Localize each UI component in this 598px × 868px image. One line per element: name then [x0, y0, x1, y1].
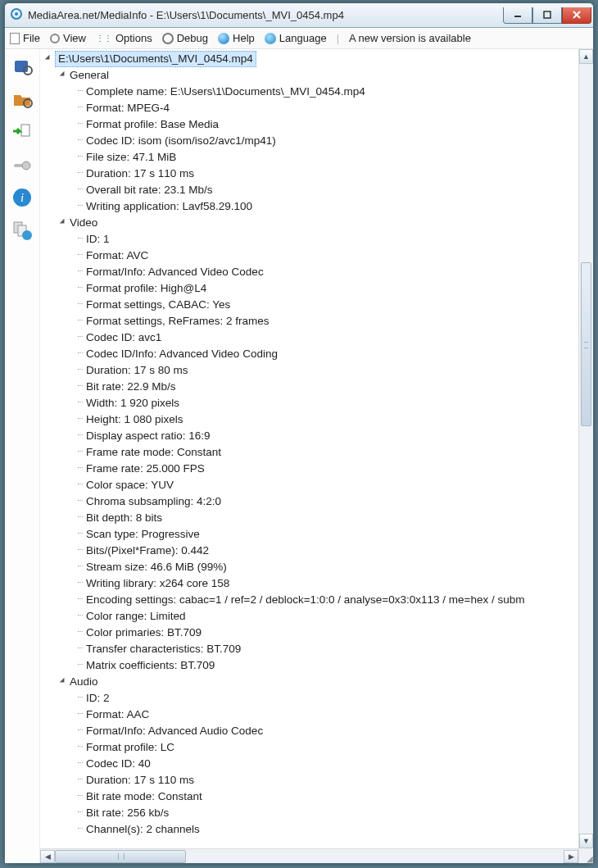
tree-item[interactable]: Scan type: Progressive [43, 526, 578, 543]
svg-point-16 [22, 230, 32, 240]
window-title: MediaArea.net/MediaInfo - E:\Users\1\Doc… [23, 9, 503, 21]
menu-options[interactable]: ⋮⋮Options [96, 32, 152, 44]
tree-item[interactable]: Encoding settings: cabac=1 / ref=2 / deb… [43, 592, 578, 608]
app-icon [10, 7, 23, 23]
tree-item[interactable]: Format/Info: Advanced Audio Codec [43, 723, 578, 739]
tree-section-video[interactable]: Video [43, 215, 578, 231]
tree-item[interactable]: Stream size: 46.6 MiB (99%) [43, 559, 578, 575]
menu-language[interactable]: Language [265, 32, 327, 44]
maximize-button[interactable] [532, 7, 562, 24]
tree-item[interactable]: Format profile: High@L4 [43, 280, 578, 297]
horizontal-scrollbar[interactable]: ◀ ▶ [40, 848, 578, 863]
tree-item[interactable]: Bits/(Pixel*Frame): 0.442 [43, 543, 578, 559]
tree-item[interactable]: Codec ID: 40 [43, 756, 578, 772]
main-area: E:\Users\1\Documents\_MVI_0454.mp4Genera… [39, 49, 593, 863]
tree-section-general[interactable]: General [43, 67, 578, 84]
window-buttons [503, 7, 591, 24]
menu-separator: | [337, 32, 339, 44]
scroll-left-button[interactable]: ◀ [40, 850, 55, 863]
tree-item[interactable]: Format/Info: Advanced Video Codec [43, 264, 578, 280]
tree-item[interactable]: Format: AVC [43, 248, 578, 264]
tree-item[interactable]: Color primaries: BT.709 [43, 625, 578, 641]
tree-item[interactable]: Bit rate mode: Constant [43, 788, 578, 805]
close-button[interactable] [562, 7, 591, 24]
tree-view[interactable]: E:\Users\1\Documents\_MVI_0454.mp4Genera… [40, 49, 593, 848]
sidebar-open-file[interactable] [10, 54, 34, 79]
tree-item[interactable]: Frame rate mode: Constant [43, 444, 578, 461]
menu-file-label: File [23, 32, 40, 44]
svg-rect-3 [544, 11, 550, 18]
scroll-right-button[interactable]: ▶ [564, 850, 578, 863]
tree-section-audio[interactable]: Audio [43, 674, 578, 690]
scroll-down-button[interactable]: ▼ [579, 834, 593, 848]
tree-item[interactable]: Color space: YUV [43, 477, 578, 493]
minimize-button[interactable] [503, 7, 532, 24]
tree-item[interactable]: Writing library: x264 core 158 [43, 575, 578, 592]
sidebar-about[interactable]: i [10, 185, 34, 210]
tree-root-file[interactable]: E:\Users\1\Documents\_MVI_0454.mp4 [43, 51, 578, 67]
tree-item[interactable]: Format profile: Base Media [43, 116, 578, 133]
tree-item[interactable]: Duration: 17 s 110 ms [43, 772, 578, 788]
tree-item[interactable]: Channel(s): 2 channels [43, 821, 578, 838]
page-icon [10, 33, 20, 44]
hscroll-track[interactable] [55, 850, 564, 863]
tree-item[interactable]: Format: AAC [43, 707, 578, 723]
menu-help[interactable]: Help [218, 32, 255, 44]
tree-item[interactable]: Height: 1 080 pixels [43, 411, 578, 428]
tree-item[interactable]: ID: 1 [43, 231, 578, 248]
menu-debug[interactable]: Debug [162, 32, 208, 44]
tree-item[interactable]: Transfer characteristics: BT.709 [43, 641, 578, 657]
menubar: File View ⋮⋮Options Debug Help Language … [5, 28, 593, 49]
tree-item[interactable]: Display aspect ratio: 16:9 [43, 428, 578, 444]
sidebar-export[interactable] [10, 120, 34, 144]
hscroll-thumb[interactable] [55, 850, 186, 863]
tree-item[interactable]: Codec ID/Info: Advanced Video Coding [43, 346, 578, 362]
tree-item[interactable]: Format: MPEG-4 [43, 100, 578, 116]
tree-item[interactable]: Format profile: LC [43, 739, 578, 756]
tree-item[interactable]: Bit depth: 8 bits [43, 510, 578, 526]
menu-view[interactable]: View [50, 32, 86, 44]
tree-item[interactable]: File size: 47.1 MiB [43, 149, 578, 166]
sidebar: i [5, 49, 39, 863]
tree-item[interactable]: Chroma subsampling: 4:2:0 [43, 493, 578, 510]
sidebar-web[interactable] [10, 218, 34, 243]
menu-options-label: Options [116, 32, 152, 44]
svg-point-11 [22, 161, 30, 170]
tree-item[interactable]: Color range: Limited [43, 608, 578, 625]
tree-item[interactable]: Bit rate: 22.9 Mb/s [43, 379, 578, 395]
tree-item[interactable]: Duration: 17 s 80 ms [43, 362, 578, 379]
tree-item[interactable]: Matrix coefficients: BT.709 [43, 657, 578, 674]
vscroll-thumb[interactable] [581, 262, 591, 426]
titlebar[interactable]: MediaArea.net/MediaInfo - E:\Users\1\Doc… [5, 3, 593, 28]
tree-item[interactable]: Duration: 17 s 110 ms [43, 166, 578, 182]
tree-item[interactable]: Complete name: E:\Users\1\Documents\_MVI… [43, 84, 578, 100]
menu-file[interactable]: File [10, 32, 40, 44]
tree-item[interactable]: Writing application: Lavf58.29.100 [43, 198, 578, 215]
vertical-scrollbar[interactable]: ▲ ▼ [578, 49, 593, 848]
tree-item[interactable]: Codec ID: isom (isom/iso2/avc1/mp41) [43, 133, 578, 149]
tree-item[interactable]: Bit rate: 256 kb/s [43, 805, 578, 821]
main-window: MediaArea.net/MediaInfo - E:\Users\1\Doc… [4, 2, 594, 864]
svg-point-1 [15, 12, 18, 16]
tree-item[interactable]: Format settings, CABAC: Yes [43, 297, 578, 313]
gear-icon [162, 33, 174, 44]
resize-grip[interactable]: ◢ [578, 848, 593, 863]
svg-text:i: i [20, 191, 24, 204]
sidebar-open-folder[interactable] [10, 87, 34, 111]
tree-item[interactable]: ID: 2 [43, 690, 578, 707]
tree-item[interactable]: Codec ID: avc1 [43, 329, 578, 346]
menu-help-label: Help [233, 32, 255, 44]
scroll-up-button[interactable]: ▲ [579, 49, 593, 64]
tree-item[interactable]: Format settings, ReFrames: 2 frames [43, 313, 578, 329]
menu-view-label: View [63, 32, 86, 44]
tree-item[interactable]: Width: 1 920 pixels [43, 395, 578, 411]
menu-debug-label: Debug [177, 32, 208, 44]
version-available-link[interactable]: A new version is available [349, 32, 471, 44]
dots-icon: ⋮⋮ [96, 35, 112, 42]
tree-item[interactable]: Overall bit rate: 23.1 Mb/s [43, 182, 578, 198]
magnifier-icon [50, 34, 60, 43]
sidebar-options[interactable] [10, 152, 34, 177]
body: i E:\Users\1\Documents\_MVI_0454.mp4Gene… [5, 49, 593, 863]
info-icon [218, 33, 229, 44]
tree-item[interactable]: Frame rate: 25.000 FPS [43, 461, 578, 477]
